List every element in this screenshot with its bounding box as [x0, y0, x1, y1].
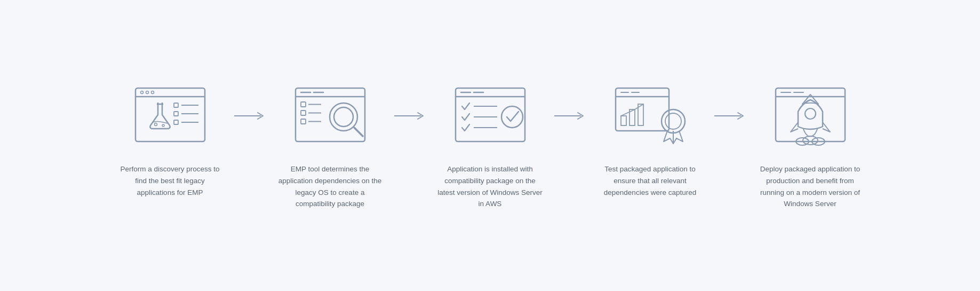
arrow-2 [389, 81, 432, 121]
svg-point-52 [805, 108, 816, 119]
svg-point-36 [501, 106, 523, 128]
step-4-text: Test packaged application to ensure that… [597, 163, 704, 198]
svg-rect-8 [174, 103, 178, 107]
svg-rect-12 [174, 120, 178, 124]
svg-point-26 [334, 107, 353, 127]
step-3-text: Application is installed with compatibil… [437, 163, 544, 209]
arrow-4 [709, 81, 752, 121]
svg-rect-38 [616, 88, 669, 131]
step-1-icon [128, 81, 213, 151]
svg-rect-42 [621, 116, 626, 125]
step-5-text: Deploy packaged application to productio… [757, 163, 864, 209]
svg-point-2 [140, 91, 143, 94]
svg-line-27 [354, 128, 363, 136]
workflow-container: Perform a discovery process to find the … [0, 60, 980, 231]
svg-point-7 [162, 124, 164, 127]
svg-rect-21 [301, 111, 306, 115]
svg-rect-10 [174, 112, 178, 116]
svg-point-55 [803, 136, 818, 145]
svg-point-46 [665, 113, 681, 129]
step-2-text: EMP tool determines the application depe… [277, 163, 384, 209]
svg-rect-23 [301, 119, 306, 124]
step-5: Deploy packaged application to productio… [752, 81, 869, 209]
arrow-1 [229, 81, 272, 121]
step-2-icon [288, 81, 373, 151]
svg-point-3 [146, 91, 148, 94]
arrow-3 [549, 81, 592, 121]
step-1-text: Perform a discovery process to find the … [117, 163, 224, 198]
svg-rect-19 [301, 102, 306, 107]
svg-point-4 [151, 91, 154, 94]
step-3: Application is installed with compatibil… [432, 81, 549, 209]
step-3-icon [448, 81, 533, 151]
step-5-icon [768, 81, 853, 151]
step-4: Test packaged application to ensure that… [592, 81, 709, 198]
svg-point-6 [154, 123, 157, 126]
step-4-icon [608, 81, 693, 151]
step-2: EMP tool determines the application depe… [272, 81, 389, 209]
step-1: Perform a discovery process to find the … [111, 81, 229, 198]
